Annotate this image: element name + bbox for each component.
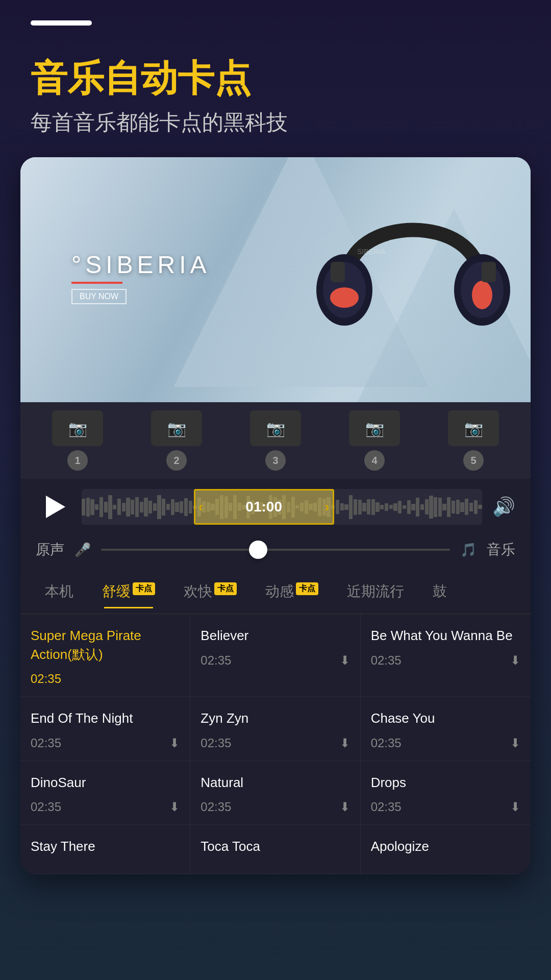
volume-icon[interactable]: 🔊	[492, 496, 515, 518]
tab-dynamic[interactable]: 动感卡点	[251, 575, 333, 608]
cell-time-0: 02:35	[31, 672, 61, 686]
tab-trending[interactable]: 近期流行	[333, 575, 418, 608]
cell-download-icon-2[interactable]: ⬇	[510, 653, 520, 668]
slider-thumb[interactable]	[249, 541, 267, 559]
brand-overlay: °SIBERIA BUY NOW	[71, 251, 211, 304]
thumb-number-4: 4	[364, 450, 385, 471]
cell-time-3: 02:35	[31, 736, 61, 750]
cell-title-4: Zyn Zyn	[201, 709, 349, 727]
music-note-icon: 🎵	[460, 542, 477, 558]
cell-download-icon-5[interactable]: ⬇	[510, 736, 520, 750]
top-pill	[31, 20, 92, 26]
cell-download-icon-3[interactable]: ⬇	[169, 736, 180, 750]
svg-point-2	[330, 287, 359, 308]
thumb-number-1: 1	[67, 450, 88, 471]
cell-download-icon-4[interactable]: ⬇	[340, 736, 350, 750]
music-list: Super Mega Pirate Action(默认)02:35Believe…	[20, 614, 531, 874]
buy-now-button[interactable]: BUY NOW	[71, 289, 127, 304]
brand-name: °SIBERIA	[71, 251, 211, 279]
svg-rect-6	[331, 262, 345, 282]
play-icon	[46, 496, 65, 518]
music-cell-5[interactable]: Chase You02:35⬇	[361, 697, 531, 761]
thumb-icon-3: 📷	[250, 410, 301, 446]
thumb-2[interactable]: 📷 2	[130, 410, 223, 471]
cell-title-6: DinoSaur	[31, 773, 180, 792]
cell-title-5: Chase You	[371, 709, 520, 727]
music-cell-7[interactable]: Natural02:35⬇	[190, 761, 360, 825]
cell-download-icon-8[interactable]: ⬇	[510, 800, 520, 814]
voice-music-slider-row: 原声 🎤 🎵 音乐	[20, 535, 531, 570]
slider-right-label: 音乐	[487, 540, 515, 559]
tab-happy[interactable]: 欢快卡点	[169, 575, 251, 608]
dynamic-badge: 卡点	[296, 582, 318, 595]
hero-image: SIBERIA °SIBERIA BUY NOW	[20, 157, 531, 402]
music-cell-11[interactable]: Apologize	[361, 825, 531, 874]
thumb-icon-4: 📷	[349, 410, 400, 446]
cell-download-icon-6[interactable]: ⬇	[169, 800, 180, 814]
thumb-4[interactable]: 📷 4	[328, 410, 421, 471]
svg-text:SIBERIA: SIBERIA	[357, 248, 386, 256]
thumb-icon-5: 📷	[448, 410, 499, 446]
play-button[interactable]	[36, 489, 71, 525]
cell-time-6: 02:35	[31, 800, 61, 814]
waveform-selection[interactable]: ‹ 01:00 ›	[194, 489, 334, 525]
cell-time-1: 02:35	[201, 653, 231, 668]
headphone-illustration: SIBERIA	[306, 162, 520, 397]
thumbnail-strip: 📷 1 📷 2 📷 3 📷 4 📷 5	[20, 402, 531, 479]
music-cell-2[interactable]: Be What You Wanna Be02:35⬇	[361, 614, 531, 697]
cell-time-8: 02:35	[371, 800, 402, 814]
cell-time-7: 02:35	[201, 800, 231, 814]
thumb-number-2: 2	[166, 450, 187, 471]
svg-point-5	[472, 281, 492, 309]
page-subtitle: 每首音乐都能卡点的黑科技	[31, 108, 520, 137]
music-cell-6[interactable]: DinoSaur02:35⬇	[20, 761, 190, 825]
waveform-right-arrow[interactable]: ›	[324, 499, 329, 515]
thumb-number-5: 5	[463, 450, 484, 471]
waveform-area: ‹ 01:00 › 🔊	[20, 479, 531, 535]
cell-title-7: Natural	[201, 773, 349, 792]
page-title: 音乐自动卡点	[31, 56, 520, 100]
cell-time-5: 02:35	[371, 736, 402, 750]
header: 音乐自动卡点 每首音乐都能卡点的黑科技	[0, 26, 551, 157]
waveform-container[interactable]: ‹ 01:00 ›	[82, 489, 482, 525]
microphone-icon: 🎤	[74, 542, 91, 558]
music-cell-3[interactable]: End Of The Night02:35⬇	[20, 697, 190, 761]
cell-title-11: Apologize	[371, 837, 520, 855]
cell-title-9: Stay There	[31, 837, 180, 855]
main-card: SIBERIA °SIBERIA BUY NOW 📷 1 📷 2 📷 3 📷 4…	[20, 157, 531, 874]
music-tabs: 本机 舒缓卡点 欢快卡点 动感卡点 近期流行 鼓	[20, 570, 531, 614]
brand-underline	[71, 282, 122, 284]
happy-badge: 卡点	[214, 582, 237, 595]
waveform-time: 01:00	[245, 499, 282, 515]
music-cell-8[interactable]: Drops02:35⬇	[361, 761, 531, 825]
tab-soothe[interactable]: 舒缓卡点	[88, 575, 169, 608]
music-cell-1[interactable]: Believer02:35⬇	[190, 614, 360, 697]
thumb-1[interactable]: 📷 1	[31, 410, 124, 471]
music-cell-0[interactable]: Super Mega Pirate Action(默认)02:35	[20, 614, 190, 697]
tab-drum[interactable]: 鼓	[418, 575, 461, 608]
music-cell-9[interactable]: Stay There	[20, 825, 190, 874]
cell-time-4: 02:35	[201, 736, 231, 750]
tab-local[interactable]: 本机	[31, 575, 88, 608]
cell-title-10: Toca Toca	[201, 837, 349, 855]
cell-title-1: Believer	[201, 626, 349, 645]
voice-music-slider[interactable]	[101, 549, 450, 551]
cell-download-icon-1[interactable]: ⬇	[340, 653, 350, 668]
waveform-left-arrow[interactable]: ‹	[198, 499, 203, 515]
music-cell-10[interactable]: Toca Toca	[190, 825, 360, 874]
cell-title-2: Be What You Wanna Be	[371, 626, 520, 645]
thumb-icon-1: 📷	[52, 410, 103, 446]
cell-title-0: Super Mega Pirate Action(默认)	[31, 626, 180, 664]
soothe-badge: 卡点	[133, 582, 155, 595]
slider-left-label: 原声	[36, 540, 64, 559]
thumb-number-3: 3	[265, 450, 286, 471]
cell-time-2: 02:35	[371, 653, 402, 668]
cell-title-3: End Of The Night	[31, 709, 180, 727]
svg-rect-7	[482, 262, 496, 282]
thumb-3[interactable]: 📷 3	[229, 410, 322, 471]
cell-title-8: Drops	[371, 773, 520, 792]
thumb-5[interactable]: 📷 5	[427, 410, 520, 471]
thumb-icon-2: 📷	[151, 410, 202, 446]
cell-download-icon-7[interactable]: ⬇	[340, 800, 350, 814]
music-cell-4[interactable]: Zyn Zyn02:35⬇	[190, 697, 360, 761]
